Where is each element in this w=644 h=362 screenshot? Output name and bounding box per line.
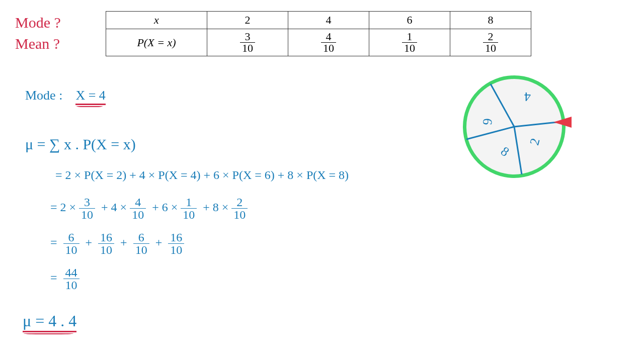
result-line: μ = 4 . 4 [23, 312, 76, 332]
p-3: 210 [450, 29, 531, 56]
row1-label: x [106, 12, 207, 29]
spinner-sector-6: 6 [479, 118, 495, 126]
svg-marker-4 [553, 117, 572, 128]
mode-label: Mode : [25, 88, 62, 103]
step-substitute: = 2 × 310 + 4 × 410 + 6 × 110 + 8 × 210 [50, 196, 248, 221]
svg-line-2 [466, 127, 514, 139]
p-2: 110 [369, 29, 450, 56]
row2-label: P(X = x) [106, 29, 207, 56]
x-1: 4 [288, 12, 369, 29]
p-1: 410 [288, 29, 369, 56]
mu-formula: μ = ∑ x . P(X = x) [25, 136, 136, 153]
step-total-fraction: = 4410 [50, 266, 79, 291]
spinner-lines-icon [466, 79, 562, 174]
p1: + [86, 236, 93, 249]
spinner-sector-4: 4 [524, 89, 531, 104]
mode-value: X = 4 [75, 88, 105, 105]
step-sum-fractions: = 610 + 1610 + 610 + 1610 [50, 231, 184, 256]
p3: + [155, 236, 163, 249]
svg-line-3 [514, 127, 522, 174]
p-0: 310 [207, 29, 288, 56]
eq4: = [50, 271, 57, 284]
mu-result: μ = 4 . 4 [23, 312, 76, 332]
mode-line: Mode : X = 4 [25, 88, 106, 105]
distribution-table: x 2 4 6 8 P(X = x) 310 410 110 210 [106, 11, 531, 56]
prompt-mean: Mean ? [15, 35, 60, 52]
s2d: + 8 × [203, 201, 228, 214]
p2: + [120, 236, 127, 249]
prompt-mode: Mode ? [15, 14, 61, 31]
x-0: 2 [207, 12, 288, 29]
x-3: 8 [450, 12, 531, 29]
s2c: + 6 × [152, 201, 178, 214]
spinner-diagram: 4 6 8 2 [463, 75, 566, 178]
step-expand: = 2 × P(X = 2) + 4 × P(X = 4) + 6 × P(X … [55, 168, 349, 182]
s2b: + 4 × [101, 201, 127, 214]
eq3: = [50, 236, 57, 249]
s2a: = 2 × [50, 201, 76, 214]
x-2: 6 [369, 12, 450, 29]
spinner-pointer-icon [553, 115, 574, 130]
